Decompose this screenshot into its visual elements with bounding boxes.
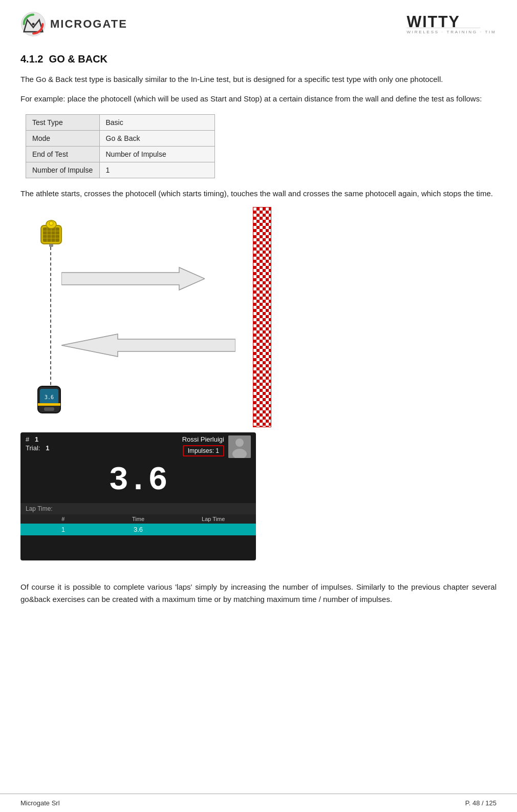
settings-row: Test TypeBasic [26,115,215,131]
microgate-logo-icon [20,11,46,37]
svg-marker-17 [61,267,205,290]
header: MICROGATE WITTY WIRELESS · TRAINING · TI… [20,10,497,43]
device-table-row: 1 3.6 [20,524,256,535]
settings-value: Basic [99,115,215,131]
settings-label: Mode [26,131,100,147]
photocell-top-icon [36,216,67,247]
device-col-time: Time [101,516,176,522]
section-heading: 4.1.2 GO & BACK [20,53,497,65]
device-col-laptime: Lap Time [176,516,251,522]
photocell-bottom-icon: 3.6 [34,384,64,417]
device-avatar [228,435,251,458]
device-top-bar: # 1 Trial: 1 Rossi Pierluigi Impulses: 1 [20,432,256,461]
paragraph-4: Of course it is possible to complete var… [20,581,497,606]
footer-company: Microgate Srl [20,799,60,807]
device-row-time: 3.6 [101,526,176,533]
settings-value: 1 [99,162,215,178]
section-number: 4.1.2 [20,53,43,65]
dashed-line [50,247,51,406]
svg-rect-22 [44,407,54,411]
settings-row: Number of Impulse1 [26,162,215,178]
svg-text:3.6: 3.6 [45,394,54,400]
settings-value: Go & Back [99,131,215,147]
device-main-time: 3.6 [20,462,256,499]
device-top-left: # 1 Trial: 1 [26,435,49,458]
device-row-num: 1 [26,526,101,533]
witty-logo-svg: WITTY WIRELESS · TRAINING · TIMER [404,10,497,36]
svg-point-2 [32,23,35,26]
device-trial: Trial: 1 [26,444,49,452]
paragraph-2: For example: place the photocell (which … [20,93,497,105]
svg-point-16 [49,221,53,225]
settings-value: Number of Impulse [99,147,215,162]
wall-checkerboard [253,207,271,427]
arrow-right-icon [61,263,205,294]
footer: Microgate Srl P. 48 / 125 [0,794,517,812]
device-lap-bar: Lap Time: [20,503,256,514]
paragraph-1: The Go & Back test type is basically sim… [20,73,497,86]
settings-label: Number of Impulse [26,162,100,178]
settings-row: ModeGo & Back [26,131,215,147]
device-athlete-name: Rossi Pierluigi [182,435,224,443]
svg-rect-23 [38,403,60,406]
diagram-container: 3.6 [20,207,271,427]
svg-text:WIRELESS · TRAINING · TIMER: WIRELESS · TRAINING · TIMER [407,30,497,34]
settings-row: End of TestNumber of Impulse [26,147,215,162]
impulses-badge: Impulses: 1 [183,445,224,456]
microgate-logo: MICROGATE [20,11,127,37]
arrow-left-icon [61,330,235,361]
device-row-laptime [176,526,251,533]
device-col-hash: # [26,516,101,522]
section-title: GO & BACK [49,53,107,65]
device-display: # 1 Trial: 1 Rossi Pierluigi Impulses: 1 [20,432,256,560]
microgate-text: MICROGATE [50,17,127,31]
device-table-header: # Time Lap Time [20,514,256,524]
device-athlete-info: Rossi Pierluigi Impulses: 1 [182,435,224,456]
settings-label: End of Test [26,147,100,162]
device-top-right: Rossi Pierluigi Impulses: 1 [182,435,251,458]
svg-text:WITTY: WITTY [407,13,460,30]
witty-logo: WITTY WIRELESS · TRAINING · TIMER [404,10,497,38]
svg-marker-18 [61,334,235,357]
svg-point-25 [235,439,244,447]
device-hash-number: # 1 [26,435,49,443]
paragraph-3: The athlete starts, crosses the photocel… [20,188,497,200]
footer-page: P. 48 / 125 [465,799,497,807]
svg-rect-14 [49,244,53,247]
settings-table: Test TypeBasicModeGo & BackEnd of TestNu… [26,114,215,178]
page-container: MICROGATE WITTY WIRELESS · TRAINING · TI… [0,0,517,812]
settings-label: Test Type [26,115,100,131]
